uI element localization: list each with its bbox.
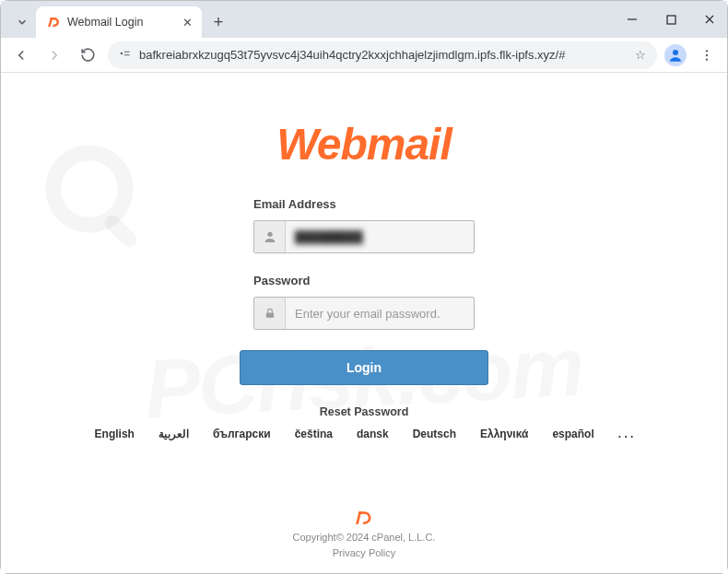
svg-rect-1	[667, 16, 675, 24]
bookmark-star-icon[interactable]: ☆	[635, 48, 646, 62]
user-icon	[254, 221, 286, 252]
email-input[interactable]	[286, 221, 474, 252]
login-form: Email Address Password Login	[253, 197, 475, 385]
webmail-logo: Webmail	[276, 119, 452, 170]
browser-toolbar: bafkreiabrxkzugq53t75yvsvc4j34uih4qctry2…	[1, 38, 727, 73]
login-button[interactable]: Login	[240, 350, 488, 385]
lang-ar[interactable]: العربية	[159, 428, 189, 440]
chrome-menu-button[interactable]	[694, 42, 720, 68]
lock-icon	[254, 298, 286, 329]
login-page: Webmail Email Address Password Login Res…	[1, 73, 727, 440]
cpanel-icon	[354, 510, 374, 526]
browser-tab[interactable]: Webmail Login ✕	[36, 6, 202, 38]
address-bar[interactable]: bafkreiabrxkzugq53t75yvsvc4j34uih4qctry2…	[108, 41, 657, 69]
language-selector: English العربية български čeština dansk …	[95, 428, 634, 440]
svg-point-4	[121, 53, 122, 53]
profile-avatar[interactable]	[664, 44, 687, 66]
browser-window: Webmail Login ✕ + bafkreiabrxkzugq53t75y…	[0, 0, 728, 574]
page-viewport: PCrisk.com Webmail Email Address Passwor…	[1, 73, 727, 573]
tab-title: Webmail Login	[67, 16, 143, 29]
email-label: Email Address	[253, 197, 475, 211]
lang-cs[interactable]: čeština	[295, 428, 333, 440]
lang-en[interactable]: English	[95, 428, 135, 440]
svg-point-7	[673, 50, 678, 55]
svg-rect-14	[265, 312, 273, 317]
password-label: Password	[253, 274, 475, 287]
forward-button[interactable]	[41, 42, 67, 68]
copyright-text: Copyright© 2024 cPanel, L.L.C.	[1, 530, 727, 545]
minimize-button[interactable]	[620, 7, 644, 31]
cpanel-logo	[1, 510, 727, 526]
privacy-policy-link[interactable]: Privacy Policy	[333, 547, 395, 558]
svg-point-10	[706, 58, 708, 60]
lang-more[interactable]: . . .	[618, 428, 634, 440]
back-button[interactable]	[8, 42, 34, 68]
site-info-icon[interactable]	[119, 47, 132, 63]
maximize-button[interactable]	[659, 7, 683, 31]
tab-bar: Webmail Login ✕ +	[1, 1, 727, 38]
new-tab-button[interactable]: +	[205, 9, 231, 35]
window-controls	[620, 1, 722, 38]
cpanel-favicon-icon	[45, 15, 60, 29]
lang-es[interactable]: español	[552, 428, 593, 440]
svg-point-13	[267, 232, 272, 237]
lang-el[interactable]: Ελληνικά	[480, 428, 528, 440]
password-input[interactable]	[286, 298, 474, 329]
lang-da[interactable]: dansk	[357, 428, 389, 440]
page-footer: Copyright© 2024 cPanel, L.L.C. Privacy P…	[1, 510, 727, 560]
lang-de[interactable]: Deutsch	[413, 428, 456, 440]
tab-search-button[interactable]	[8, 6, 36, 38]
email-input-wrap	[253, 220, 475, 253]
reset-password-link[interactable]: Reset Password	[320, 405, 409, 418]
tab-close-button[interactable]: ✕	[182, 16, 193, 29]
close-window-button[interactable]	[698, 7, 722, 31]
password-input-wrap	[253, 297, 475, 330]
reload-button[interactable]	[75, 42, 100, 68]
svg-point-8	[706, 50, 708, 52]
url-text: bafkreiabrxkzugq53t75yvsvc4j34uih4qctry2…	[139, 48, 628, 62]
lang-bg[interactable]: български	[213, 428, 271, 440]
svg-point-9	[706, 53, 708, 55]
